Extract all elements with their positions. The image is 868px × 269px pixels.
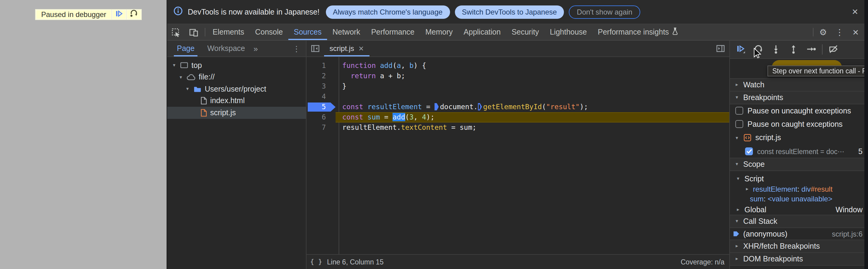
- tab-workspace[interactable]: Workspace: [204, 41, 248, 56]
- scope-category-global[interactable]: ▸GlobalWindow: [730, 204, 868, 215]
- line-number-gutter[interactable]: 1234567: [307, 57, 339, 254]
- chevron-right-icon[interactable]: ▸: [734, 243, 740, 249]
- code-line-3[interactable]: }: [339, 81, 729, 91]
- deactivate-breakpoints-button[interactable]: [827, 43, 840, 56]
- step-into-button[interactable]: [769, 43, 783, 56]
- tree-item-file-[interactable]: ▾file://: [167, 71, 306, 83]
- section-header-watch[interactable]: ▸Watch: [730, 78, 868, 91]
- cloud-icon: [187, 74, 196, 81]
- line-number-1[interactable]: 1: [307, 61, 339, 71]
- tree-item-script-js[interactable]: script.js: [167, 107, 306, 118]
- dont-show-again-button[interactable]: Don't show again: [569, 5, 640, 19]
- tree-item-label: top: [191, 61, 202, 70]
- inspect-element-icon[interactable]: [167, 24, 185, 40]
- call-stack-frame[interactable]: (anonymous)script.js:6: [730, 228, 868, 240]
- code-line-7[interactable]: resultElement.textContent = sum;: [339, 123, 729, 133]
- toolbar-divider-right: [813, 28, 813, 36]
- inline-breakpoint-candidate-icon[interactable]: [477, 103, 482, 110]
- scope-variable-sum[interactable]: sum: <value unavailable>: [730, 194, 868, 204]
- screenshot-root: Paused in debugger DevTools is now avail…: [0, 0, 868, 269]
- hide-navigator-icon[interactable]: [307, 41, 324, 56]
- devtools-close-icon[interactable]: ✕: [848, 24, 863, 40]
- checkbox-row-pause-on-caught-exceptions[interactable]: Pause on caught exceptions: [730, 117, 868, 131]
- navigator-menu-icon[interactable]: ⋮: [287, 41, 306, 56]
- breakpoint-checkbox[interactable]: [745, 147, 753, 155]
- pretty-print-icon[interactable]: { }: [310, 258, 322, 266]
- tab-lighthouse[interactable]: Lighthouse: [544, 24, 592, 40]
- chevron-down-icon[interactable]: ▾: [178, 75, 184, 80]
- chevron-right-icon[interactable]: ▸: [735, 207, 741, 212]
- code-line-2[interactable]: return a + b;: [339, 71, 729, 81]
- inline-breakpoint-active-icon[interactable]: [435, 103, 439, 110]
- step-out-button[interactable]: [787, 43, 800, 56]
- section-header-dom-breakpoints[interactable]: ▸DOM Breakpoints: [730, 252, 868, 265]
- device-toolbar-icon[interactable]: [185, 24, 203, 40]
- tree-item-users-user-project[interactable]: ▾Users/user/project: [167, 83, 306, 95]
- chevron-down-icon[interactable]: ▾: [185, 86, 190, 92]
- code-line-1[interactable]: function add(a, b) {: [339, 61, 729, 71]
- chevron-right-icon[interactable]: ▸: [734, 82, 740, 87]
- line-number-4[interactable]: 4: [307, 91, 339, 102]
- tab-elements[interactable]: Elements: [207, 24, 250, 40]
- tab-console[interactable]: Console: [250, 24, 288, 40]
- code-line-4[interactable]: [339, 91, 729, 102]
- chevron-down-icon[interactable]: ▾: [172, 63, 177, 68]
- scope-category-script[interactable]: ▾Script: [730, 173, 868, 184]
- chevron-down-icon[interactable]: ▾: [734, 95, 740, 100]
- step-button[interactable]: [804, 43, 818, 56]
- switch-to-japanese-button[interactable]: Switch DevTools to Japanese: [455, 5, 564, 19]
- section-header-breakpoints[interactable]: ▾Breakpoints: [730, 91, 868, 104]
- code-token: resultElement.: [342, 123, 401, 132]
- chevron-right-icon[interactable]: ▸: [734, 256, 740, 262]
- checkbox-row-pause-on-uncaught-exceptions[interactable]: Pause on uncaught exceptions: [730, 104, 868, 117]
- step-over-button-overlay[interactable]: [126, 9, 142, 20]
- tree-item-top[interactable]: ▾top: [167, 59, 306, 71]
- code-line-5[interactable]: const resultElement = document.getElemen…: [339, 102, 729, 112]
- code-token: ,: [414, 113, 422, 121]
- tab-memory[interactable]: Memory: [420, 24, 458, 40]
- chevron-down-icon[interactable]: ▾: [734, 218, 740, 224]
- line-number-2[interactable]: 2: [307, 71, 339, 81]
- settings-gear-icon[interactable]: ⚙: [815, 24, 831, 40]
- code-area[interactable]: 1234567 function add(a, b) { return a + …: [307, 57, 729, 254]
- always-match-language-button[interactable]: Always match Chrome's language: [326, 5, 450, 19]
- file-tab-close-icon[interactable]: ✕: [358, 45, 364, 52]
- tab-application[interactable]: Application: [458, 24, 506, 40]
- tab-performance[interactable]: Performance: [366, 24, 420, 40]
- info-icon: [173, 6, 183, 18]
- scope-variable-resultelement[interactable]: ▸resultElement: div#result: [730, 184, 868, 194]
- section-header-xhr-fetch-breakpoints[interactable]: ▸XHR/fetch Breakpoints: [730, 239, 868, 252]
- code-content[interactable]: function add(a, b) { return a + b;}const…: [339, 57, 729, 254]
- overflow-menu-icon[interactable]: ⋮: [831, 24, 848, 40]
- more-tabs-icon[interactable]: »: [253, 41, 258, 56]
- resume-button[interactable]: [734, 43, 747, 56]
- resume-script-button[interactable]: [112, 9, 127, 20]
- tree-item-index-html[interactable]: index.html: [167, 95, 306, 107]
- breakpoint-entry[interactable]: const resultElement = doc⋯5: [730, 145, 868, 158]
- breakpoint-file-group[interactable]: ▾script.js: [730, 131, 868, 145]
- chevron-down-icon[interactable]: ▾: [735, 176, 741, 181]
- editor-tabstrip: script.js ✕: [307, 41, 729, 57]
- code-line-6[interactable]: const sum = add(3, 4);: [336, 112, 729, 123]
- chevron-down-icon[interactable]: ▾: [734, 161, 740, 167]
- chevron-down-icon[interactable]: ▾: [734, 135, 740, 140]
- chevron-right-icon[interactable]: ▸: [744, 187, 750, 192]
- infobar-close-icon[interactable]: ✕: [848, 6, 862, 18]
- code-token: =: [380, 113, 393, 121]
- tab-performance-insights[interactable]: Performance insights: [592, 24, 684, 40]
- file-tab-scriptjs[interactable]: script.js ✕: [324, 41, 370, 56]
- tab-security[interactable]: Security: [506, 24, 544, 40]
- show-debugger-sidebar-icon[interactable]: [712, 41, 729, 56]
- line-number-3[interactable]: 3: [307, 81, 339, 91]
- tab-sources[interactable]: Sources: [288, 24, 327, 40]
- checkbox[interactable]: [735, 120, 743, 128]
- code-token: [376, 61, 380, 70]
- checkbox[interactable]: [735, 107, 743, 115]
- tab-network[interactable]: Network: [327, 24, 366, 40]
- section-header-scope[interactable]: ▾Scope: [730, 157, 868, 171]
- line-number-6[interactable]: 6: [307, 112, 339, 123]
- line-number-7[interactable]: 7: [307, 123, 339, 133]
- section-header-call-stack[interactable]: ▾Call Stack: [730, 214, 868, 228]
- line-number-5[interactable]: 5: [307, 102, 339, 112]
- tab-page[interactable]: Page: [174, 41, 197, 56]
